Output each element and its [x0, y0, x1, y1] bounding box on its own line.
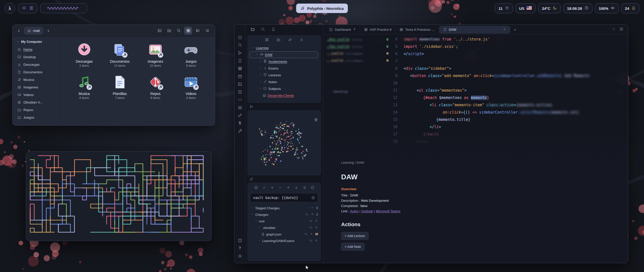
git-plus-action[interactable]	[315, 239, 318, 243]
action-add-note-button[interactable]: + Add Note	[341, 243, 365, 251]
sidebar-item-home[interactable]: Home	[15, 46, 58, 53]
module-clock[interactable]: 18:08:28	[563, 3, 592, 13]
search-panel-tab[interactable]	[261, 27, 265, 32]
tab-asp-practice-6[interactable]: ASP Practice 6	[360, 26, 395, 33]
open-terminal-button[interactable]	[155, 27, 164, 35]
link-outlook[interactable]: Outlook	[361, 209, 373, 213]
ribbon-home-button[interactable]	[234, 33, 246, 41]
module-weather[interactable]: 24°C	[538, 3, 561, 13]
bookmarks-panel-tab[interactable]	[271, 27, 275, 32]
git-row-root[interactable]: root	[250, 218, 318, 224]
new-note-button[interactable]	[265, 38, 269, 43]
action-add-lecture-button[interactable]: + Add Lecture	[341, 232, 369, 240]
ribbon-tools-button[interactable]	[234, 127, 246, 135]
folder-imagenes[interactable]: Imagenes10 items	[138, 42, 173, 67]
git-panel-tab[interactable]	[246, 176, 323, 182]
ribbon-fork-button[interactable]	[234, 49, 246, 57]
git-upload-button[interactable]	[286, 186, 290, 191]
sidebar-item-juegos[interactable]: Juegos	[15, 114, 58, 121]
module-keyboard-layout[interactable]: US	[515, 3, 536, 13]
sidebar-item-repos[interactable]: Repos	[15, 106, 58, 114]
back-button[interactable]: ‹	[16, 28, 22, 33]
tab-tema-6-pr-cticas[interactable]: Tema 6 Prácticas -...	[396, 26, 439, 33]
git-download-button[interactable]	[294, 186, 298, 191]
folder-repos[interactable]: Repos6 items	[138, 74, 173, 100]
view-grid-button[interactable]	[184, 27, 192, 35]
tab-dashboard[interactable]: Dashboard	[326, 26, 360, 33]
ribbon-book-button[interactable]	[234, 88, 246, 96]
editor-pane[interactable]: …One.sveltesrc/co…U…Two.sveltesrc/co…U….…	[323, 35, 628, 263]
ribbon-camera-button[interactable]	[234, 104, 246, 111]
link-microsoft-teams[interactable]: Microsoft Teams	[376, 209, 400, 213]
ribbon-dollar-button[interactable]: $	[234, 119, 246, 127]
sidebar-item-desktop[interactable]: Desktop	[15, 53, 58, 61]
breadcrumb[interactable]: matt	[24, 27, 43, 35]
ribbon-gear-button[interactable]	[234, 252, 246, 260]
module-volume[interactable]: 100%	[595, 3, 619, 13]
explorer-item-learning[interactable]: Learning	[249, 45, 319, 51]
folder-juegos[interactable]: Juegos8 items	[173, 42, 209, 67]
media-player-widget[interactable]: Polyphia - Neurotica	[296, 4, 348, 13]
ribbon-pencil-button[interactable]	[234, 111, 246, 119]
git-check-button[interactable]	[262, 186, 266, 191]
git-plus-action[interactable]	[310, 232, 313, 236]
git-row-changes[interactable]: Changes2	[250, 211, 318, 218]
link-aules[interactable]: Aules	[350, 209, 358, 213]
git-plus-action[interactable]	[315, 226, 318, 230]
files-panel-tab[interactable]	[251, 27, 255, 32]
git-undo-action[interactable]	[309, 219, 312, 223]
git-row-learning-daw-exams[interactable]: Learning/DAW/Exams	[250, 237, 318, 244]
new-folder-button[interactable]	[165, 27, 173, 35]
ribbon-layout-button[interactable]	[234, 236, 246, 244]
git-undo-action[interactable]	[309, 239, 312, 243]
ribbon-code-button[interactable]	[234, 96, 246, 104]
git-minus-button[interactable]	[278, 186, 282, 191]
explorer-item-desarrollo-cliente[interactable]: Desarrollo-Cliente	[249, 92, 319, 99]
explorer-item-subjects[interactable]: Subjects	[249, 85, 319, 92]
folder-videos[interactable]: Videos4 items	[173, 74, 209, 100]
explorer-item-assignments[interactable]: Assignments	[249, 58, 319, 65]
new-folder-button[interactable]	[276, 38, 280, 43]
graph-panel-tab[interactable]	[246, 103, 323, 110]
clear-input-icon[interactable]	[311, 196, 315, 200]
explorer-item-exams[interactable]: !Exams	[249, 65, 319, 72]
tab-daw[interactable]: DAW	[439, 26, 510, 33]
sidebar-item-descargas[interactable]: Descargas	[15, 61, 58, 68]
git-row-obsidian[interactable]: .obsidian	[250, 224, 318, 231]
git-plus-action[interactable]	[315, 219, 318, 223]
git-row-staged-changes[interactable]: Staged Changes0	[250, 205, 318, 211]
new-tab-button[interactable]	[511, 28, 519, 32]
sort-order-button[interactable]	[288, 38, 292, 43]
forward-button[interactable]: ›	[46, 28, 51, 33]
git-row-graph-json[interactable]: graph.jsonM	[250, 231, 318, 237]
sidebar-item-imagenes[interactable]: Imagenes	[15, 83, 58, 91]
git-plus-action[interactable]	[311, 213, 314, 217]
ribbon-grid-button[interactable]	[234, 64, 246, 72]
search-button[interactable]	[175, 27, 183, 35]
graph-view-panel[interactable]	[248, 110, 321, 175]
ribbon-terminal-button[interactable]	[234, 80, 246, 88]
menu-button[interactable]	[203, 27, 211, 35]
quick-settings-pill[interactable]	[18, 3, 37, 13]
folder-documentos[interactable]: Documentos14 items	[102, 42, 138, 67]
explorer-item-daw[interactable]: DAW	[249, 51, 318, 58]
ribbon-bookmark-button[interactable]	[234, 57, 246, 64]
tab-list-button[interactable]	[612, 27, 616, 32]
split-editor-button[interactable]	[620, 27, 623, 32]
git-circlecheck-button[interactable]	[254, 186, 258, 191]
module-notifications[interactable]: 24	[621, 3, 639, 13]
sidebar-item-documentos[interactable]: Documentos	[15, 68, 58, 76]
ribbon-question-button[interactable]: ?	[234, 244, 246, 252]
sidebar-item-videos[interactable]: Videos	[15, 91, 58, 98]
git-undo-action[interactable]	[304, 232, 308, 236]
git-refresh-button[interactable]	[310, 186, 314, 191]
module-updates[interactable]: 11	[495, 3, 513, 13]
git-undo-action[interactable]	[309, 226, 312, 230]
git-plus-button[interactable]	[270, 186, 274, 191]
graph-filters-button[interactable]	[314, 122, 318, 127]
sidebar-item-obsidian-v[interactable]: Obsidian V...	[15, 98, 58, 106]
git-undo-action[interactable]	[305, 213, 308, 217]
ribbon-search-button[interactable]	[234, 41, 246, 49]
folder-descargas[interactable]: Descargas2 items	[66, 42, 102, 67]
ribbon-calendar-button[interactable]	[234, 72, 246, 80]
